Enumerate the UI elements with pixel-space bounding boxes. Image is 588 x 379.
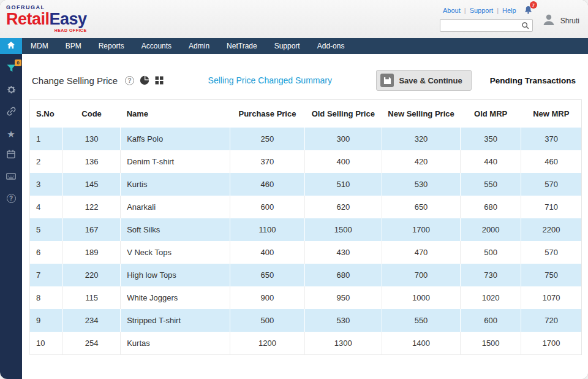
header-link-help[interactable]: Help (502, 7, 516, 14)
cell: 600 (461, 309, 521, 332)
header-links: About|Support|Help (443, 7, 516, 14)
table-row[interactable]: 3145Kurtis460510530550570 (30, 173, 582, 196)
user-menu[interactable]: Shruti (541, 6, 579, 29)
help-icon: ? (7, 194, 16, 203)
nav-item-reports[interactable]: Reports (90, 38, 133, 54)
nav-item-add-ons[interactable]: Add-ons (309, 38, 353, 54)
cell: 650 (230, 264, 305, 286)
cell: Kurtas (121, 332, 230, 354)
cell: 550 (382, 309, 460, 332)
link-separator: | (497, 7, 499, 14)
cell: Denim T-shirt (121, 150, 230, 173)
cell: 4 (30, 196, 63, 218)
table-row[interactable]: 5167Soft Silks11001500170020002200 (30, 218, 582, 241)
cell: 680 (461, 196, 521, 218)
search-input[interactable] (444, 22, 521, 29)
column-header: New MRP (521, 100, 582, 128)
home-button[interactable] (0, 38, 22, 54)
cell: 1020 (461, 286, 521, 309)
pending-transactions-label[interactable]: Pending Transactions (490, 76, 576, 85)
price-table: S.NoCodeNamePurchase PriceOld Selling Pr… (29, 99, 582, 355)
table-row[interactable]: 9234Stripped T-shirt500530550600720 (30, 309, 582, 332)
table-row[interactable]: 4122Anarkali600620650680710 (30, 196, 582, 218)
help-button[interactable]: ? (6, 193, 17, 204)
star-icon: ★ (7, 129, 15, 139)
keyboard-button[interactable] (6, 171, 17, 182)
brand-logo: GOFRUGAL RetailEasy HEAD OFFICE (6, 4, 87, 33)
cell: 600 (230, 196, 305, 218)
page-title: Change Selling Price (32, 75, 118, 86)
cell: 350 (461, 128, 521, 150)
filter-button[interactable]: 0 (6, 64, 17, 75)
cell: 680 (304, 264, 382, 286)
table-row[interactable]: 10254Kurtas12001300140015001700 (30, 332, 582, 354)
cell: 7 (30, 264, 63, 286)
main-navbar: MDMBPMReportsAccountsAdminNetTradeSuppor… (0, 38, 588, 54)
link-button[interactable] (6, 107, 17, 118)
table-row[interactable]: 6189V Neck Tops400430470500570 (30, 241, 582, 264)
cell: 9 (30, 309, 63, 332)
cell: 8 (30, 286, 63, 309)
calendar-button[interactable] (6, 150, 17, 161)
cell: 1070 (521, 286, 582, 309)
cell: 440 (461, 150, 521, 173)
summary-link[interactable]: Selling Price Changed Summary (208, 75, 332, 85)
cell: 460 (521, 150, 582, 173)
cell: 950 (304, 286, 382, 309)
favorites-button[interactable]: ★ (6, 128, 17, 139)
nav-item-admin[interactable]: Admin (180, 38, 218, 54)
cell: 510 (304, 173, 382, 196)
nav-item-nettrade[interactable]: NetTrade (218, 38, 266, 54)
nav-item-support[interactable]: Support (266, 38, 309, 54)
cell: 1000 (382, 286, 460, 309)
notifications-button[interactable]: 7 (524, 5, 533, 16)
calendar-icon (7, 150, 15, 161)
cell: 300 (304, 128, 382, 150)
brand-product-red: Retail (6, 10, 50, 28)
cell: High low Tops (121, 264, 230, 286)
cell: 5 (30, 218, 63, 241)
table-body: 1130Kaffs Polo2503003203503702136Denim T… (30, 128, 582, 354)
table-row[interactable]: 7220High low Tops650680700730750 (30, 264, 582, 286)
cell: 1 (30, 128, 63, 150)
grid-icon[interactable] (155, 76, 164, 85)
column-header: New Selling Price (382, 100, 460, 128)
cell: 400 (304, 150, 382, 173)
table-row[interactable]: 8115White Joggers900950100010201070 (30, 286, 582, 309)
search-icon[interactable] (521, 21, 530, 30)
header-link-about[interactable]: About (443, 7, 461, 14)
nav-item-mdm[interactable]: MDM (22, 38, 57, 54)
settings-button[interactable] (6, 85, 17, 96)
link-icon (7, 107, 16, 118)
table-row[interactable]: 2136Denim T-shirt370400420440460 (30, 150, 582, 173)
cell: 570 (521, 241, 582, 264)
main-content: Change Selling Price ? Selling Price Cha… (22, 54, 588, 379)
title-help-icon[interactable]: ? (125, 76, 134, 85)
cell: 2 (30, 150, 63, 173)
pie-chart-icon[interactable] (140, 75, 149, 85)
cell: 370 (230, 150, 305, 173)
save-continue-button[interactable]: Save & Continue (376, 70, 471, 91)
cell: 1400 (382, 332, 460, 354)
cell: 370 (521, 128, 582, 150)
cell: 254 (63, 332, 121, 354)
cell: 500 (230, 309, 305, 332)
header-link-support[interactable]: Support (470, 7, 494, 14)
left-sidebar: 0 ★ (0, 54, 22, 379)
app-window: GOFRUGAL RetailEasy HEAD OFFICE About|Su… (0, 0, 588, 379)
table-row[interactable]: 1130Kaffs Polo250300320350370 (30, 128, 582, 150)
header-links-row: About|Support|Help 7 (443, 5, 533, 16)
cell: Stripped T-shirt (121, 309, 230, 332)
nav-item-accounts[interactable]: Accounts (133, 38, 180, 54)
cell: 1500 (304, 218, 382, 241)
cell: 420 (382, 150, 460, 173)
cell: 400 (230, 241, 305, 264)
cell: White Joggers (121, 286, 230, 309)
nav-item-bpm[interactable]: BPM (57, 38, 90, 54)
toolbar: Change Selling Price ? Selling Price Cha… (22, 54, 588, 99)
cell: 3 (30, 173, 63, 196)
nav-menu: MDMBPMReportsAccountsAdminNetTradeSuppor… (22, 38, 353, 54)
column-header: Code (63, 100, 121, 128)
cell: 10 (30, 332, 63, 354)
cell: 700 (382, 264, 460, 286)
